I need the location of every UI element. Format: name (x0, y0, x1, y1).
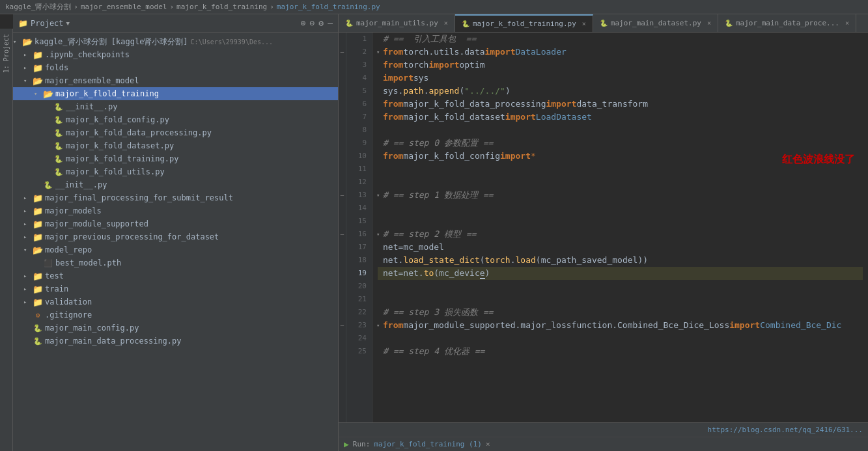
py-file-icon: 🐍 (54, 168, 63, 176)
tree-item-train[interactable]: ▸ 📁 train (13, 282, 338, 295)
tree-item-mainconfig[interactable]: 🐍 major_main_config.py (13, 321, 338, 335)
tree-arrow[interactable]: ▾ (23, 247, 33, 253)
tree-arrow[interactable]: ▸ (23, 195, 33, 201)
tree-file-icon: 📁 (33, 297, 43, 307)
tree-item-ipynb[interactable]: ▸ 📁 .ipynb_checkpoints (13, 48, 338, 61)
tab-dataproc[interactable]: 🐍 major_main_data_proce... × (718, 14, 856, 32)
tree-arrow[interactable]: ▸ (23, 208, 33, 214)
fold-button[interactable]: – (341, 319, 344, 332)
collapse-icon[interactable]: ⊖ (310, 18, 315, 28)
tab-close-button[interactable]: × (845, 20, 849, 27)
gutter-line-23[interactable]: – (339, 319, 346, 332)
project-dropdown-arrow[interactable]: ▼ (66, 20, 70, 27)
tree-item-root[interactable]: ▾ 📂 kaggle_肾小球分割 [kaggle肾小球分割] C:\Users\… (13, 35, 338, 48)
folder-icon: 📁 (33, 219, 43, 229)
line-number-16: 16 (352, 228, 367, 241)
code-editor[interactable]: –––– 12345678910111213141516171819202122… (339, 33, 868, 422)
tree-item-ensemble[interactable]: ▾ 📂 major_ensemble_model (13, 74, 338, 87)
tree-item-label: folds (45, 63, 68, 72)
tree-item-validation[interactable]: ▸ 📁 validation (13, 295, 338, 308)
breadcrumb-item[interactable]: major_k_fold_training (176, 3, 267, 11)
line-number-6: 6 (352, 98, 367, 111)
fold-button[interactable]: – (341, 46, 344, 59)
tree-item-maindata[interactable]: 🐍 major_main_data_processing.py (13, 335, 338, 348)
breadcrumb-item[interactable]: kaggle_肾小球分割 (5, 2, 71, 12)
tree-item-models[interactable]: ▸ 📁 major_models (13, 204, 338, 217)
tree-item-bestmodel[interactable]: ⬛ best_model.pth (13, 256, 338, 269)
gutter-line-13[interactable]: – (339, 189, 346, 202)
tree-item-dataset[interactable]: 🐍 major_k_fold_dataset.py (13, 139, 338, 152)
project-tab-label[interactable]: 1: Project (1, 29, 11, 78)
tree-item-gitignore[interactable]: ⚙ .gitignore (13, 308, 338, 321)
inline-fold-icon[interactable]: ▾ (376, 189, 380, 202)
gutter-line-10 (339, 150, 346, 163)
tree-item-kfold[interactable]: ▾ 📂 major_k_flold_training (13, 87, 338, 100)
tree-item-module[interactable]: ▸ 📁 major_module_supported (13, 217, 338, 230)
run-file[interactable]: major_k_fold_training (1) (374, 440, 482, 448)
line-number-21: 21 (352, 293, 367, 306)
breadcrumb-item-active[interactable]: major_k_fold_training.py (277, 3, 380, 11)
tree-arrow[interactable]: ▸ (23, 273, 33, 279)
py-file-icon: 🐍 (54, 116, 63, 124)
tree-arrow[interactable]: ▸ (23, 51, 33, 58)
tree-arrow[interactable]: ▾ (23, 77, 33, 84)
gutter-line-17 (339, 241, 346, 254)
tree-item-final[interactable]: ▸ 📁 major_final_processing_for_submit_re… (13, 191, 338, 204)
editor-area: 🐍 major_main_utils.py × 🐍 major_k_fold_t… (339, 14, 868, 451)
py-file-icon: 🐍 (33, 324, 42, 333)
tree-arrow[interactable]: ▾ (13, 38, 22, 45)
inline-fold-icon[interactable]: ▾ (376, 228, 380, 241)
tree-file-icon: 📂 (43, 89, 53, 99)
tab-label: major_main_dataset.py (611, 19, 701, 27)
gutter-line-16[interactable]: – (339, 228, 346, 241)
inline-fold-icon[interactable]: ▾ (376, 319, 380, 332)
inline-fold-icon[interactable]: ▾ (376, 46, 380, 59)
line-number-2: 2 (352, 46, 367, 59)
hide-icon[interactable]: – (328, 18, 333, 28)
tab-utils[interactable]: 🐍 major_main_utils.py × (339, 14, 455, 32)
tree-item-utils[interactable]: 🐍 major_k_fold_utils.py (13, 165, 338, 178)
tree-arrow[interactable]: ▸ (23, 221, 33, 227)
tab-dataset[interactable]: 🐍 major_main_dataset.py × (593, 14, 718, 32)
code-line-20 (378, 280, 863, 293)
tree-arrow[interactable]: ▾ (34, 90, 43, 97)
tree-item-label: major_final_processing_for_submit_result (45, 193, 233, 202)
tree-arrow[interactable]: ▸ (23, 234, 33, 240)
tree-item-config[interactable]: 🐍 major_k_fold_config.py (13, 113, 338, 126)
tree-arrow[interactable]: ▸ (23, 64, 33, 71)
code-line-14 (378, 202, 863, 215)
code-content[interactable]: 红色波浪线没了# == 引入工具包 ==▾from torch.utils.da… (372, 33, 868, 422)
tree-arrow[interactable]: ▸ (23, 299, 33, 305)
status-url: https://blog.csdn.net/qq_2416/631... (708, 426, 863, 434)
locate-icon[interactable]: ⊕ (301, 18, 306, 28)
settings-icon[interactable]: ⚙ (318, 18, 324, 28)
gutter-line-25 (339, 345, 346, 358)
py-file-icon: 🐍 (54, 129, 63, 137)
gutter-line-2[interactable]: – (339, 46, 346, 59)
tree-item-training[interactable]: 🐍 major_k_fold_training.py (13, 152, 338, 165)
tab-training[interactable]: 🐍 major_k_fold_training.py × (455, 14, 593, 32)
fold-button[interactable]: – (341, 189, 344, 202)
py-file-icon: 🐍 (33, 337, 42, 346)
tree-item-test[interactable]: ▸ 📁 test (13, 269, 338, 282)
run-close-button[interactable]: × (486, 440, 490, 448)
code-line-15 (378, 215, 863, 228)
editor-tabs: 🐍 major_main_utils.py × 🐍 major_k_fold_t… (339, 14, 868, 33)
code-line-17: net = mc_model (378, 241, 863, 254)
tab-close-button[interactable]: × (444, 20, 448, 27)
fold-button[interactable]: – (341, 228, 344, 241)
tree-item-dataproc[interactable]: 🐍 major_k_fold_data_processing.py (13, 126, 338, 139)
breadcrumb-item[interactable]: major_ensemble_model (81, 3, 167, 11)
line-number-3: 3 (352, 59, 367, 72)
tree-item-prev[interactable]: ▸ 📁 major_previous_processing_for_datase… (13, 230, 338, 243)
tree-item-init1[interactable]: 🐍 __init__.py (13, 100, 338, 113)
tab-close-button[interactable]: × (582, 20, 586, 27)
tree-item-init2[interactable]: 🐍 __init__.py (13, 178, 338, 191)
tab-close-button[interactable]: × (707, 20, 711, 27)
tree-file-icon: 🐍 (53, 168, 64, 176)
tree-item-folds[interactable]: ▸ 📁 folds (13, 61, 338, 74)
code-line-6: from major_k_fold_data_processing import… (378, 98, 863, 111)
tree-file-icon: 📁 (33, 232, 43, 242)
tree-item-repo[interactable]: ▾ 📂 model_repo (13, 243, 338, 256)
tree-arrow[interactable]: ▸ (23, 286, 33, 292)
